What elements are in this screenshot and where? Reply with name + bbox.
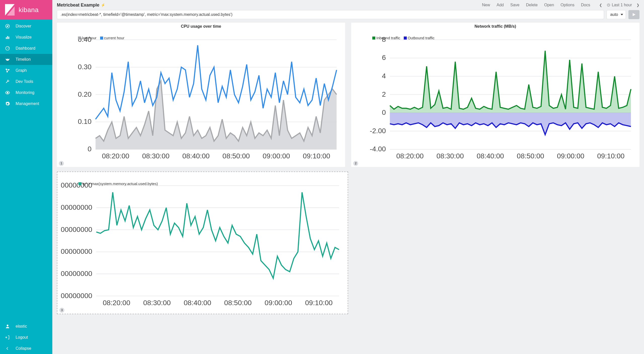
toolbar-open[interactable]: Open [544, 3, 554, 7]
sidebar-item-elastic[interactable]: elastic [0, 321, 52, 332]
sidebar-item-logout[interactable]: Logout [0, 332, 52, 343]
caret-down-icon [621, 13, 623, 16]
chevron-left-icon[interactable]: ❮ [599, 3, 602, 7]
sidebar-item-management[interactable]: Management [0, 98, 52, 109]
svg-text:08:50:00: 08:50:00 [224, 299, 252, 307]
interval-select[interactable]: auto [607, 10, 626, 19]
play-button[interactable] [628, 10, 639, 19]
toolbar-new[interactable]: New [482, 3, 490, 7]
sidebar-item-label: Logout [16, 335, 28, 340]
svg-text:08:40:00: 08:40:00 [182, 152, 210, 160]
legend-item: last hour [78, 36, 97, 40]
gauge-icon [5, 46, 10, 51]
user-icon [5, 324, 10, 329]
svg-text:0: 0 [382, 109, 386, 116]
sidebar-item-graph[interactable]: Graph [0, 65, 52, 76]
toolbar-delete[interactable]: Delete [526, 3, 538, 7]
svg-point-13 [7, 92, 8, 93]
toolbar-options[interactable]: Options [560, 3, 574, 7]
panel-memory[interactable]: q:* > max(system.memory.actual.used.byte… [57, 171, 348, 314]
svg-text:09:10:00: 09:10:00 [597, 152, 625, 160]
eye-icon [5, 90, 10, 95]
expression-input[interactable] [57, 10, 604, 19]
sidebar-item-timelion[interactable]: Timelion [0, 54, 52, 65]
sidebar-item-dashboard[interactable]: Dashboard [0, 43, 52, 54]
brand-name: kibana [19, 6, 39, 14]
svg-text:0: 0 [88, 145, 92, 153]
panel-network[interactable]: Network traffic (MB/s)Inbound trafficOut… [351, 23, 639, 167]
logout-icon [5, 335, 10, 340]
collapse-icon [5, 346, 10, 351]
legend-item: current hour [100, 36, 125, 40]
sidebar-item-monitoring[interactable]: Monitoring [0, 87, 52, 98]
svg-text:13000000000: 13000000000 [61, 203, 92, 211]
sidebar-item-visualize[interactable]: Visualize [0, 32, 52, 43]
svg-rect-5 [7, 36, 8, 39]
svg-text:11000000000: 11000000000 [61, 292, 92, 300]
gear-icon [5, 101, 10, 106]
svg-text:08:20:00: 08:20:00 [102, 152, 129, 160]
wrench-icon [5, 79, 10, 84]
sidebar-item-label: Timelion [16, 57, 31, 62]
svg-text:2: 2 [382, 90, 386, 98]
svg-text:11500000000: 11500000000 [61, 270, 92, 277]
query-row: auto [52, 10, 644, 22]
svg-marker-17 [633, 13, 635, 16]
svg-text:0.30: 0.30 [78, 63, 91, 71]
sidebar-item-label: Visualize [16, 35, 32, 40]
sidebar-item-label: Dev Tools [16, 79, 33, 84]
panel-index-badge: 2 [353, 161, 358, 166]
toolbar-add[interactable]: Add [497, 3, 504, 7]
svg-point-14 [7, 325, 9, 326]
sidebar-item-label: Collapse [16, 346, 31, 351]
graph-icon [5, 68, 10, 73]
sidebar-item-label: Monitoring [16, 90, 34, 95]
sidebar-item-label: Dashboard [16, 46, 35, 51]
sidebar-item-label: elastic [16, 324, 27, 329]
svg-point-8 [7, 59, 7, 59]
svg-text:12500000000: 12500000000 [61, 226, 92, 233]
legend-item: Outbound traffic [404, 36, 434, 40]
chart-svg: 00.100.200.300.4008:20:0008:30:0008:40:0… [60, 30, 342, 160]
svg-rect-4 [6, 37, 7, 39]
play-icon [632, 13, 636, 17]
svg-marker-3 [7, 26, 8, 27]
main: Metricbeat Example ⚡ NewAddSaveDeleteOpe… [52, 0, 644, 354]
sidebar-item-dev-tools[interactable]: Dev Tools [0, 76, 52, 87]
svg-text:08:20:00: 08:20:00 [396, 152, 424, 160]
panel-cpu[interactable]: CPU usage over timelast hourcurrent hour… [57, 23, 345, 167]
nav: DiscoverVisualizeDashboardTimelionGraphD… [0, 20, 52, 354]
svg-text:09:10:00: 09:10:00 [305, 299, 333, 307]
timepicker[interactable]: Last 1 hour [607, 3, 632, 7]
svg-text:08:50:00: 08:50:00 [222, 152, 250, 160]
brand-header[interactable]: kibana [0, 0, 52, 20]
panel-title: Network traffic (MB/s) [351, 23, 639, 29]
mask-icon [5, 57, 10, 62]
legend-item: Inbound traffic [372, 36, 400, 40]
clock-icon [607, 3, 610, 7]
sidebar-item-discover[interactable]: Discover [0, 21, 52, 32]
legend-item: q:* > max(system.memory.actual.used.byte… [78, 182, 158, 186]
svg-text:09:00:00: 09:00:00 [557, 152, 584, 160]
sidebar-item-collapse[interactable]: Collapse [0, 343, 52, 354]
toolbar-docs[interactable]: Docs [581, 3, 590, 7]
svg-text:08:30:00: 08:30:00 [143, 299, 171, 307]
svg-text:08:20:00: 08:20:00 [103, 299, 130, 307]
svg-text:-4.00: -4.00 [370, 145, 386, 153]
kibana-logo-icon [5, 4, 15, 16]
compass-icon [5, 24, 10, 29]
sidebar-item-label: Graph [16, 68, 27, 73]
chart-svg: 1100000000011500000000120000000001250000… [61, 175, 344, 307]
svg-text:0.10: 0.10 [78, 118, 91, 125]
bar-chart-icon [5, 35, 10, 40]
panel-title: CPU usage over time [57, 23, 345, 29]
svg-text:0.20: 0.20 [78, 90, 91, 98]
bolt-icon: ⚡ [101, 3, 105, 7]
panel-index-badge: 3 [59, 308, 64, 313]
svg-rect-6 [8, 37, 9, 39]
svg-text:-2.00: -2.00 [370, 127, 386, 135]
chevron-right-icon[interactable]: ❯ [636, 3, 639, 7]
svg-text:08:30:00: 08:30:00 [142, 152, 170, 160]
svg-text:08:30:00: 08:30:00 [436, 152, 464, 160]
toolbar-save[interactable]: Save [510, 3, 519, 7]
